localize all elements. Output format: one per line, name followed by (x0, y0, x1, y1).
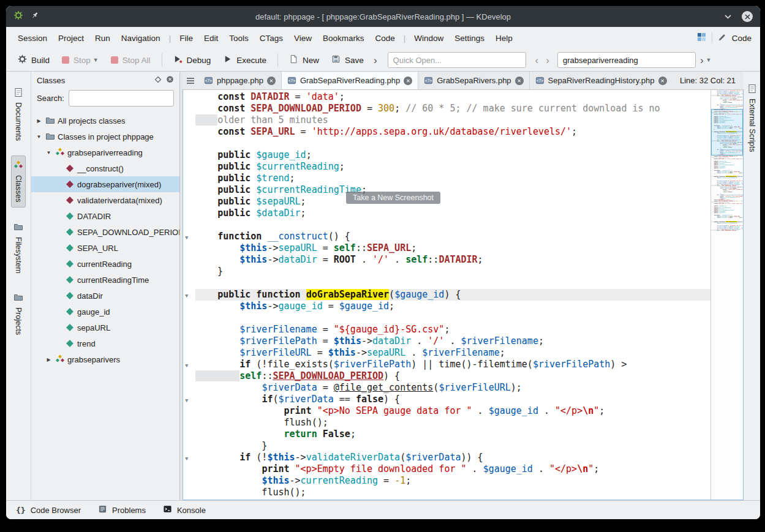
menu-session[interactable]: Session (12, 31, 53, 45)
save-button[interactable]: Save (326, 52, 369, 68)
close-window-button[interactable] (742, 11, 753, 22)
code-line[interactable]: } (183, 440, 710, 452)
menu-settings[interactable]: Settings (449, 31, 490, 45)
code-line[interactable]: const DATADIR = 'data'; (183, 91, 710, 103)
document-list-icon[interactable] (183, 72, 198, 89)
new-button[interactable]: New (284, 52, 325, 68)
debug-button[interactable]: Debug (168, 52, 217, 68)
code-line[interactable]: const SEPA_DOWNLOAD_PERIOD = 300; // 60 … (183, 103, 710, 114)
code-line[interactable]: self::SEPA_DOWNLOAD_PERIOD) { (183, 370, 710, 382)
tree-item-dograbsepariver-mixed[interactable]: dograbsepariver(mixed) (31, 176, 179, 192)
code-line[interactable]: ▼ if (!$this->validateRiverData($riverDa… (183, 452, 710, 463)
tree-item-construct[interactable]: __construct() (31, 160, 179, 176)
code-line[interactable]: self::SEPA_DOWNLOAD_PERIOD) { (711, 230, 743, 231)
menu-edit[interactable]: Edit (198, 31, 224, 45)
menu-run[interactable]: Run (89, 31, 116, 45)
code-line[interactable]: } (183, 266, 710, 277)
tree-item-gauge-id[interactable]: gauge_id (31, 304, 179, 320)
stop-all-button[interactable]: Stop All (105, 53, 156, 67)
code-line[interactable]: $this->dataDir = ROOT . '/' . self::DATA… (183, 254, 710, 266)
code-line[interactable]: $riverFilePath = $this->dataDir . '/' . … (183, 335, 710, 347)
code-line[interactable]: ▼ function __construct() { (183, 231, 710, 242)
tree-item-classes-in-project-phppage[interactable]: ▼Classes in project phppage (31, 129, 179, 144)
fold-marker-icon[interactable]: ▼ (183, 231, 195, 242)
tree-item-currentreadingtime[interactable]: currentReadingTime (31, 272, 179, 288)
search-next-icon[interactable]: › (697, 55, 707, 66)
editor-tab-phppage-php[interactable]: <?>phppage.php✕ (198, 72, 282, 89)
editor-tab-grabseparivers-php[interactable]: <?>GrabSepaRivers.php✕ (418, 72, 529, 89)
tree-item-currentreading[interactable]: currentReading (31, 256, 179, 272)
prev-match-icon[interactable]: ‹ (532, 55, 542, 66)
menu-window[interactable]: Window (409, 31, 449, 45)
shade-chevron-icon[interactable] (724, 11, 732, 22)
status-konsole[interactable]: Konsole (163, 504, 206, 515)
code-line[interactable]: flush(); (183, 417, 710, 429)
tree-item-trend[interactable]: trend (31, 335, 179, 351)
tab-close-icon[interactable]: ✕ (515, 77, 524, 85)
tree-item-grabsepariverreading[interactable]: ▼grabsepariverreading (31, 144, 179, 160)
code-line[interactable] (183, 277, 710, 289)
editor-tab-grabsepariverreading-php[interactable]: <?>GrabSepaRiverReading.php✕ (282, 72, 418, 89)
tab-close-icon[interactable]: ✕ (658, 77, 667, 85)
tree-item-datadir[interactable]: DATADIR (31, 208, 179, 224)
stop-button[interactable]: Stop ▼ (56, 53, 104, 67)
code-line[interactable] (183, 219, 710, 231)
tree-item-sepa-url[interactable]: SEPA_URL (31, 240, 179, 256)
tree-item-grabseparivers[interactable]: ▶grabseparivers (31, 351, 179, 367)
code-line[interactable]: $this->sepaURL = self::SEPA_URL; (183, 242, 710, 254)
collapse-arrow-icon[interactable]: ▼ (35, 134, 43, 140)
menu-file[interactable]: File (174, 31, 198, 45)
code-view[interactable]: const DATADIR = 'data'; const SEPA_DOWNL… (183, 90, 710, 500)
menu-bookmarks[interactable]: Bookmarks (317, 31, 370, 45)
minimap-viewport[interactable] (711, 109, 743, 155)
code-line[interactable]: public $currentReading; (183, 161, 710, 173)
status-code-browser[interactable]: {} Code Browser (16, 506, 81, 515)
expand-arrow-icon[interactable]: ▶ (35, 118, 43, 124)
quick-open-input[interactable] (388, 52, 526, 68)
code-line[interactable]: return False; (183, 429, 710, 440)
tab-close-icon[interactable]: ✕ (404, 77, 412, 85)
editor-tab-separiverreadinghistory-php[interactable]: <?>SepaRiverReadingHistory.php✕ (530, 72, 672, 89)
collapse-arrow-icon[interactable]: ▼ (45, 150, 53, 155)
area-grid-icon[interactable] (697, 32, 706, 43)
code-line[interactable]: public $gauge_id; (183, 149, 710, 161)
fold-marker-icon[interactable]: ▼ (183, 359, 195, 370)
code-line[interactable]: $this->gauge_id = $gauge_id; (183, 301, 710, 312)
next-match-icon[interactable]: › (543, 55, 552, 66)
menu-project[interactable]: Project (53, 31, 89, 45)
code-editor[interactable]: const DATADIR = 'data'; const SEPA_DOWNL… (183, 90, 744, 500)
code-line[interactable]: $this->currentReading = -1; (183, 475, 710, 487)
code-line[interactable]: $riverFileURL = $this->sepaURL . $riverF… (183, 347, 710, 359)
code-line[interactable] (183, 138, 710, 149)
fold-marker-icon[interactable]: ▼ (183, 394, 195, 405)
toolview-tab-projects[interactable]: Projects (11, 288, 26, 340)
code-line[interactable]: ▼ public function doGrabSepaRiver($gauge… (183, 289, 710, 301)
code-line[interactable]: $riverFilename = "${gauge_id}-SG.csv"; (183, 324, 710, 335)
tree-item-datadir[interactable]: dataDir (31, 288, 179, 304)
toolview-tab-filesystem[interactable]: Filesystem (11, 217, 26, 279)
toolview-tab-documents[interactable]: Documents (11, 83, 26, 146)
minimap-scrollbar[interactable]: $riverFilename = "${gauge_id}-SG.csv"; $… (710, 90, 743, 500)
fold-marker-icon[interactable]: ▼ (183, 289, 195, 301)
code-line[interactable]: const SEPA_URL = 'http://apps.sepa.org.u… (183, 126, 710, 138)
menu-code[interactable]: Code (370, 31, 401, 45)
expand-arrow-icon[interactable]: ▶ (45, 357, 53, 362)
menu-view[interactable]: View (288, 31, 317, 45)
pin-icon[interactable] (31, 11, 39, 22)
menu-ctags[interactable]: CTags (254, 31, 288, 45)
code-line[interactable]: ▼ if($riverData == false) { (183, 394, 710, 405)
code-line[interactable]: print "<p>Empty file downloaded for " . … (183, 463, 710, 475)
tree-item-validateriverdata-mixed[interactable]: validateriverdata(mixed) (31, 192, 179, 208)
toolview-tab-classes[interactable]: Classes (11, 155, 26, 207)
code-line[interactable]: $riverData = @file_get_contents($riverFi… (183, 382, 710, 394)
code-line[interactable]: public $currentReadingTime; (183, 184, 710, 196)
titlebar[interactable]: default: phppage - [ phppage:GrabSepaRiv… (6, 6, 760, 27)
status-problems[interactable]: Problems (98, 504, 146, 515)
tree-item-sepaurl[interactable]: sepaURL (31, 320, 179, 335)
code-line[interactable]: older than 5 minutes (183, 114, 710, 126)
code-line[interactable]: public $trend; (183, 173, 710, 184)
tab-close-icon[interactable]: ✕ (267, 77, 276, 85)
toolbar-expand-icon[interactable]: › (371, 55, 380, 66)
code-line[interactable] (183, 312, 710, 324)
tree-item-all-projects-classes[interactable]: ▶All projects classes (31, 113, 179, 129)
